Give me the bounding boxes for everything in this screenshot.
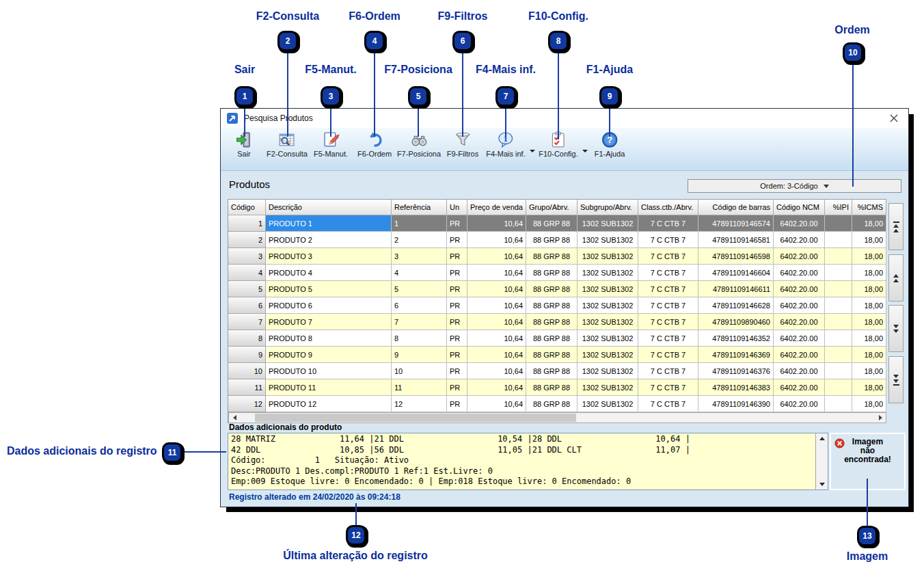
grid-cell[interactable]: 47891109146376 bbox=[698, 363, 774, 379]
scroll-right-icon[interactable] bbox=[875, 413, 886, 422]
scroll-left-icon[interactable] bbox=[229, 413, 240, 422]
grid-cell[interactable]: 1302 SUB1302 bbox=[578, 396, 638, 412]
table-row[interactable]: 10PRODUTO 1010PR10,6488 GRP 881302 SUB13… bbox=[228, 363, 886, 379]
grid-cell[interactable]: PRODUTO 8 bbox=[266, 330, 392, 347]
table-row[interactable]: 5PRODUTO 55PR10,6488 GRP 881302 SUB13027… bbox=[228, 281, 886, 297]
grid-cell[interactable]: 18,00 bbox=[852, 215, 886, 232]
grid-cell[interactable]: 10,64 bbox=[467, 396, 526, 412]
grid-cell[interactable]: 47891109146390 bbox=[698, 396, 774, 412]
column-header[interactable]: Código NCM bbox=[774, 200, 825, 215]
row-selector-cell[interactable]: 8 bbox=[228, 330, 266, 347]
grid-cell[interactable]: 7 C CTB 7 bbox=[638, 215, 698, 232]
column-header[interactable]: Código de barras bbox=[698, 200, 774, 215]
grid-cell[interactable]: 7 bbox=[392, 314, 447, 330]
table-row[interactable]: 1PRODUTO 11PR10,6488 GRP 881302 SUB13027… bbox=[228, 215, 886, 232]
page-down-button[interactable] bbox=[888, 305, 903, 352]
grid-cell[interactable]: 1302 SUB1302 bbox=[578, 265, 638, 281]
grid-cell[interactable]: 47891109146383 bbox=[698, 379, 774, 396]
grid-cell[interactable]: 88 GRP 88 bbox=[526, 330, 578, 347]
grid-cell[interactable]: 10,64 bbox=[467, 215, 526, 232]
go-first-record-button[interactable] bbox=[888, 203, 903, 250]
grid-cell[interactable] bbox=[825, 363, 852, 379]
grid-cell[interactable]: 18,00 bbox=[852, 363, 886, 379]
grid-cell[interactable]: PR bbox=[447, 347, 467, 363]
close-icon[interactable] bbox=[886, 111, 901, 125]
table-row[interactable]: 9PRODUTO 99PR10,6488 GRP 881302 SUB13027… bbox=[228, 347, 886, 363]
row-selector-cell[interactable]: 5 bbox=[228, 281, 266, 297]
grid-cell[interactable]: 88 GRP 88 bbox=[526, 265, 578, 281]
grid-cell[interactable]: 10,64 bbox=[467, 281, 526, 297]
grid-cell[interactable]: 47891109146604 bbox=[698, 265, 774, 281]
grid-cell[interactable]: 6402.20.00 bbox=[774, 379, 825, 396]
grid-cell[interactable]: 10,64 bbox=[467, 347, 526, 363]
grid-cell[interactable]: 88 GRP 88 bbox=[526, 379, 578, 396]
grid-cell[interactable]: PR bbox=[447, 297, 467, 314]
table-row[interactable]: 4PRODUTO 44PR10,6488 GRP 881302 SUB13027… bbox=[228, 265, 886, 281]
grid-cell[interactable]: 18,00 bbox=[852, 281, 886, 297]
grid-cell[interactable]: 1302 SUB1302 bbox=[578, 330, 638, 347]
grid-cell[interactable]: 47891109146628 bbox=[698, 297, 774, 314]
grid-cell[interactable]: PR bbox=[447, 232, 467, 248]
grid-cell[interactable]: 18,00 bbox=[852, 314, 886, 330]
row-selector-cell[interactable]: 11 bbox=[228, 379, 266, 396]
grid-cell[interactable]: 47891109146574 bbox=[698, 215, 774, 232]
grid-cell[interactable]: 88 GRP 88 bbox=[526, 314, 578, 330]
column-header[interactable]: Preço de venda bbox=[467, 200, 526, 215]
grid-cell[interactable]: 6402.20.00 bbox=[774, 297, 825, 314]
grid-cell[interactable]: PR bbox=[447, 248, 467, 265]
grid-cell[interactable]: 10,64 bbox=[467, 297, 526, 314]
grid-cell[interactable]: 7 C CTB 7 bbox=[638, 330, 698, 347]
table-row[interactable]: 11PRODUTO 1111PR10,6488 GRP 881302 SUB13… bbox=[228, 379, 886, 396]
grid-cell[interactable]: PR bbox=[447, 363, 467, 379]
table-row[interactable]: 8PRODUTO 88PR10,6488 GRP 881302 SUB13027… bbox=[228, 330, 886, 347]
mais-inf-dropdown-icon[interactable] bbox=[530, 150, 535, 152]
grid-cell[interactable]: 10,64 bbox=[467, 363, 526, 379]
column-header[interactable]: Grupo/Abrv. bbox=[526, 200, 578, 215]
grid-cell[interactable]: 47891109146598 bbox=[698, 248, 774, 265]
grid-cell[interactable]: 4 bbox=[392, 265, 447, 281]
grid-cell[interactable]: 18,00 bbox=[852, 248, 886, 265]
grid-cell[interactable]: 1302 SUB1302 bbox=[578, 281, 638, 297]
grid-cell[interactable]: 6402.20.00 bbox=[774, 215, 825, 232]
grid-cell[interactable]: PR bbox=[447, 330, 467, 347]
grid-cell[interactable]: 18,00 bbox=[852, 396, 886, 412]
page-up-button[interactable] bbox=[888, 254, 903, 301]
grid-cell[interactable]: 5 bbox=[392, 281, 447, 297]
grid-cell[interactable]: 47891109146581 bbox=[698, 232, 774, 248]
grid-cell[interactable]: PR bbox=[447, 314, 467, 330]
grid-cell[interactable]: 1302 SUB1302 bbox=[578, 347, 638, 363]
grid-cell[interactable]: 2 bbox=[392, 232, 447, 248]
grid-cell[interactable] bbox=[825, 265, 852, 281]
grid-cell[interactable]: 7 C CTB 7 bbox=[638, 396, 698, 412]
column-header[interactable]: %ICMS bbox=[852, 200, 886, 215]
grid-cell[interactable]: 1302 SUB1302 bbox=[578, 232, 638, 248]
order-dropdown[interactable]: Ordem: 3-Código bbox=[688, 179, 901, 193]
grid-cell[interactable]: 6402.20.00 bbox=[774, 232, 825, 248]
go-last-record-button[interactable] bbox=[888, 356, 903, 403]
column-header[interactable]: %IPI bbox=[825, 200, 852, 215]
grid-cell[interactable]: 7 C CTB 7 bbox=[638, 347, 698, 363]
grid-cell[interactable]: PRODUTO 10 bbox=[266, 363, 392, 379]
table-row[interactable]: 12PRODUTO 1212PR10,6488 GRP 881302 SUB13… bbox=[228, 396, 886, 412]
grid-cell[interactable] bbox=[825, 215, 852, 232]
row-selector-cell[interactable]: 4 bbox=[228, 265, 266, 281]
row-selector-cell[interactable]: 9 bbox=[228, 347, 266, 363]
grid-cell[interactable]: 10,64 bbox=[467, 265, 526, 281]
row-selector-cell[interactable]: 1 bbox=[228, 215, 266, 232]
grid-cell[interactable]: 6402.20.00 bbox=[774, 314, 825, 330]
grid-cell[interactable]: 7 C CTB 7 bbox=[638, 232, 698, 248]
grid-cell[interactable]: 6 bbox=[392, 297, 447, 314]
column-header[interactable]: Subgrupo/Abrv. bbox=[578, 200, 638, 215]
f7-posiciona-button[interactable]: F7-Posiciona bbox=[397, 131, 441, 158]
grid-cell[interactable]: 88 GRP 88 bbox=[526, 215, 578, 232]
grid-cell[interactable]: 6402.20.00 bbox=[774, 396, 825, 412]
column-header[interactable]: Código bbox=[228, 200, 266, 215]
scroll-up-icon[interactable] bbox=[816, 433, 828, 444]
grid-cell[interactable]: 1302 SUB1302 bbox=[578, 215, 638, 232]
column-header[interactable]: Class.ctb./Abrv. bbox=[638, 200, 698, 215]
grid-cell[interactable]: PR bbox=[447, 281, 467, 297]
grid-cell[interactable]: 18,00 bbox=[852, 232, 886, 248]
grid-cell[interactable] bbox=[825, 396, 852, 412]
row-selector-cell[interactable]: 12 bbox=[228, 396, 266, 412]
grid-cell[interactable]: 10 bbox=[392, 363, 447, 379]
